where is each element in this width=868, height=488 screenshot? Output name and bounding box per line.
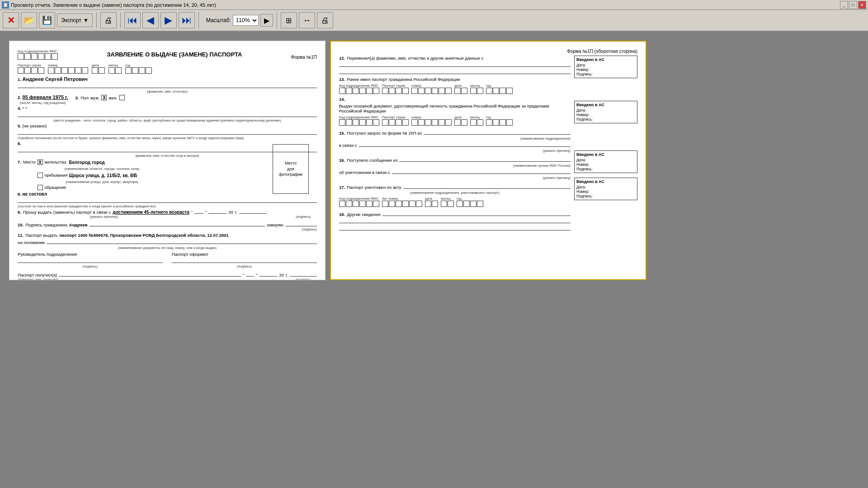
maximize-button[interactable]: □ — [849, 1, 857, 9]
field17-akt-section: Акт номер — [382, 196, 422, 207]
export-button[interactable]: Экспорт ▼ — [57, 14, 93, 27]
field5-row: 5. (не указано) Семейное положение (если… — [18, 123, 317, 140]
field17-kod-section: Код подразделения ФМС — [339, 196, 379, 207]
field18-text: Другие сведения — [347, 212, 380, 217]
field17-data-boxes — [425, 201, 438, 207]
field2-3-row: 2. 05 февраля 1975 г. (число, месяц, год… — [18, 94, 317, 105]
field13-data-boxes — [454, 88, 467, 94]
nav-last-icon: ⏭ — [182, 14, 192, 26]
god-box-2 — [132, 67, 138, 74]
field11-g2: г. — [286, 272, 288, 277]
save-button[interactable]: 💾 — [39, 12, 55, 28]
field4-row: 4. * * (место рождения - село, поселок, … — [18, 106, 317, 122]
right-col-main: 12. Переменил(а) фамилию, имя, отчество … — [339, 56, 571, 232]
seria-box-4 — [38, 67, 44, 74]
god-section: год — [125, 62, 152, 74]
introduced-data-2: Дата: Номер: Подпись: — [576, 108, 635, 122]
fit-icon: ⊞ — [286, 16, 292, 25]
nav-last-button[interactable]: ⏭ — [179, 12, 195, 28]
field17-sub: (наименование подразделения, уничтоживше… — [410, 191, 500, 195]
open-button[interactable]: 📂 — [21, 12, 37, 28]
field11-ruk-underline — [18, 257, 163, 263]
field8-num: 8. — [18, 192, 21, 197]
field7-zhitelstva: жительства — [45, 160, 67, 164]
print-button[interactable]: 🖨 — [100, 12, 117, 28]
field11-pasport-sub: (подпись) — [237, 264, 252, 268]
seria-box-2 — [24, 67, 31, 74]
field7-row: 7. Место X жительства Белгород город (на… — [18, 160, 317, 190]
nomer-box-4 — [68, 67, 75, 74]
field12-line2 — [339, 68, 571, 74]
data-section: дата — [92, 62, 105, 74]
field17-god-boxes — [457, 201, 483, 207]
zoom-label: Масштаб: — [206, 17, 231, 23]
field11-year2: 20 — [279, 272, 284, 277]
seria-box-1 — [18, 67, 24, 74]
introduced-box-1: Введено в АС Дата: Номер: Подпись: — [574, 56, 637, 78]
zoom-select[interactable]: 110% 100% 75% 50% — [233, 15, 259, 26]
field2-value: 05 февраля 1975 г. — [23, 94, 68, 100]
field17-akt: Акт номер — [382, 197, 398, 201]
field1-sub: (фамилия, имя, отчество) — [18, 89, 317, 94]
close-window-button[interactable]: ✕ — [858, 1, 866, 9]
refresh-button[interactable]: ↔ — [299, 12, 315, 28]
field11-row: 11. Паспорт выдать паспорт 1400 №456678,… — [18, 233, 317, 280]
form-number: Форма №1П — [291, 55, 317, 60]
nav-first-button[interactable]: ⏮ — [124, 12, 141, 28]
field15-text: Поступил запрос по форме № 25П из — [347, 131, 422, 136]
nomer-label: номер — [48, 63, 58, 67]
field10-text: Подпись гражданина — [25, 222, 67, 227]
mesyac-label: месяц — [108, 63, 118, 67]
nav-next-button[interactable]: ▶ — [160, 12, 177, 28]
introduced-title-1: Введено в АС — [576, 57, 635, 62]
field12: 12. Переменил(а) фамилию, имя, отчество … — [339, 56, 571, 74]
nav-prev-icon: ◀ — [146, 14, 154, 26]
introduced-data-3: Дата: Номер: Подпись: — [576, 158, 635, 171]
minimize-button[interactable]: _ — [840, 1, 848, 9]
field14-mesyac-boxes — [470, 119, 483, 126]
field14-nomer-boxes — [411, 119, 452, 126]
field13-mesyac-section: месяц — [470, 83, 483, 94]
seria-box-3 — [31, 67, 38, 74]
kod-box-3 — [31, 53, 38, 60]
field5-num: 5. — [18, 123, 21, 128]
kod-boxes — [18, 53, 58, 60]
field10-blank — [90, 220, 265, 226]
field13-text: Ранее имел паспорт гражданина Российской… — [347, 77, 460, 82]
field17-akt-boxes — [382, 201, 422, 207]
separator2 — [120, 12, 121, 28]
nomer-box-2 — [55, 67, 61, 74]
fit-button[interactable]: ⊞ — [281, 12, 297, 28]
field9-podpis: (подпись) — [290, 215, 317, 219]
field13-nomer-boxes — [411, 88, 452, 94]
checkbox-muzh: X — [101, 95, 107, 100]
field15-sub2: (указать причину) — [542, 149, 571, 153]
field10-blank2 — [285, 220, 317, 226]
nav-prev-button[interactable]: ◀ — [142, 12, 159, 28]
field8-underline — [18, 197, 317, 203]
field10-value: Андреев — [69, 222, 88, 227]
print2-button[interactable]: 🖨 — [317, 12, 333, 28]
field14-god: год — [486, 115, 491, 119]
close-button[interactable]: ✕ — [3, 12, 19, 28]
field12-line1 — [339, 61, 571, 67]
nomer-boxes — [48, 67, 88, 74]
field11-pasport-underline — [172, 257, 317, 263]
title-bar: 📋 Просмотр отчета. Заявление о выдаче (з… — [0, 0, 868, 10]
field13-mesyac: месяц — [470, 84, 480, 88]
form-number-section: Форма №1П — [291, 55, 317, 60]
field2-num: 2. — [18, 95, 21, 100]
field14-text: Выдан основной документ, удостоверяющий … — [339, 103, 571, 113]
field6-row: 6. (фамилия, имя, отчество отца и матери… — [18, 141, 317, 158]
field14-nomer: номер — [411, 115, 421, 119]
field9-sig-blank — [239, 213, 266, 214]
field9-text: Прошу выдать (заменить) паспорт в связи … — [23, 210, 111, 215]
go-button[interactable]: ▶ — [260, 14, 273, 27]
field10-num: 10. — [18, 222, 24, 227]
nav-first-icon: ⏮ — [127, 14, 137, 26]
field16: 16. Поступило сообщение из (наименование… — [339, 155, 571, 180]
field16-sub2: (указать причину) — [542, 176, 571, 180]
field11-q1: " — [243, 272, 244, 277]
pasport-seria-section: Паспорт серия — [18, 62, 44, 74]
field14-seria-boxes — [382, 119, 409, 126]
